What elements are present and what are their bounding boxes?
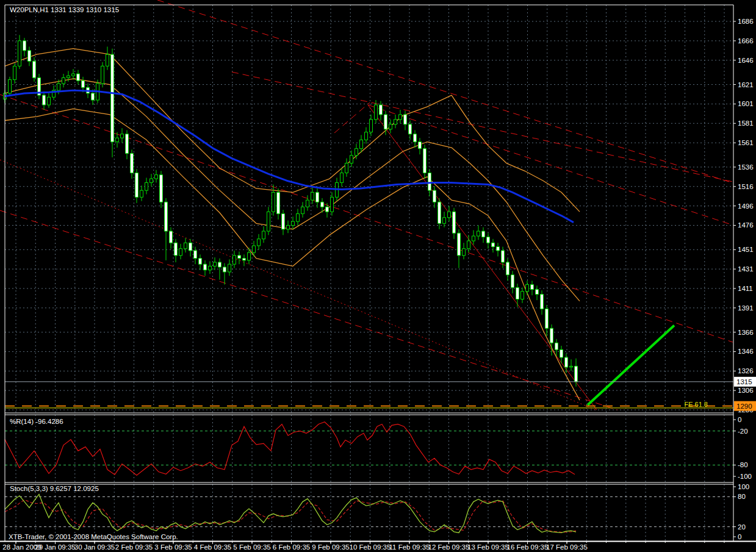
price-tick-label: 1496: [738, 203, 754, 210]
time-axis-label: 5 Feb 09:35: [233, 543, 270, 551]
time-axis-label: 11 Feb 09:35: [389, 543, 430, 551]
price-tick-label: 1451: [738, 246, 754, 253]
candle: [33, 57, 36, 82]
wpr-tick-label: -100: [738, 473, 752, 480]
time-axis-label: 6 Feb 09:35: [273, 543, 310, 551]
price-tick-label: 1646: [738, 57, 754, 64]
price-tick-label: 1621: [738, 81, 754, 88]
time-axis-label: 30 Jan 09:35: [74, 543, 115, 551]
price-tick-label: 1581: [738, 120, 754, 127]
stoch-tick-label: 0: [738, 533, 741, 540]
wpr-tick-label: 0: [738, 416, 741, 423]
time-axis-label: 3 Feb 09:35: [154, 543, 192, 551]
candle: [160, 171, 163, 208]
bid-price-box-label: 1315: [736, 378, 752, 385]
time-axis-label: 10 Feb 09:35: [350, 543, 391, 551]
price-tick-label: 1306: [738, 387, 754, 394]
price-tick-label: 1561: [738, 139, 754, 146]
symbol-ohlc-title: W20PLN,H1 1331 1339 1310 1315: [10, 6, 119, 13]
fib-level-label: FE 61.8: [684, 401, 708, 408]
chart-canvas[interactable]: 1686166616461621160115811561153615161496…: [0, 0, 756, 552]
price-tick-label: 1366: [738, 329, 754, 336]
time-axis-label: 29 Jan 09:35: [35, 543, 76, 551]
price-tick-label: 1476: [738, 221, 754, 229]
wpr-tick-label: -20: [738, 428, 748, 435]
price-tick-label: 1601: [738, 100, 754, 107]
time-axis-label: 12 Feb 09:35: [428, 543, 470, 551]
time-axis-label: 2 Feb 09:35: [115, 543, 153, 551]
price-tick-label: 1391: [738, 304, 754, 312]
fib-price-box-label: 1290: [736, 403, 752, 410]
price-tick-label: 1686: [738, 18, 754, 25]
price-tick-label: 1536: [738, 163, 754, 171]
price-tick-label: 1346: [738, 348, 754, 355]
candle: [101, 62, 104, 87]
price-tick-label: 1666: [738, 37, 754, 45]
price-tick-label: 1411: [738, 285, 753, 292]
price-tick-label: 1516: [738, 183, 754, 190]
stoch-indicator-label: Stoch(5,3,3) 9.6257 12.0925: [10, 485, 99, 492]
price-tick-label: 1326: [738, 367, 754, 375]
candle: [9, 77, 12, 96]
time-axis-label: 13 Feb 09:35: [467, 543, 509, 551]
stoch-tick-label: 100: [738, 483, 749, 490]
candle: [38, 74, 41, 99]
wpr-tick-label: -80: [738, 461, 748, 468]
stoch-tick-label: 20: [738, 523, 746, 531]
time-axis-label: 9 Feb 09:35: [312, 543, 349, 551]
platform-copyright: XTB-Trader, © 2001-2008 MetaQuotes Softw…: [9, 533, 178, 540]
time-axis-label: 16 Feb 09:35: [507, 543, 549, 551]
candle: [111, 49, 114, 157]
wpr-indicator-label: %R(14) -96.4286: [10, 418, 63, 425]
price-tick-label: 1431: [738, 265, 754, 273]
trading-terminal: 1686166616461621160115811561153615161496…: [0, 0, 756, 552]
time-axis-label: 17 Feb 09:35: [546, 543, 588, 551]
stoch-tick-label: 80: [738, 493, 746, 500]
time-axis-label: 4 Feb 09:35: [194, 543, 231, 551]
